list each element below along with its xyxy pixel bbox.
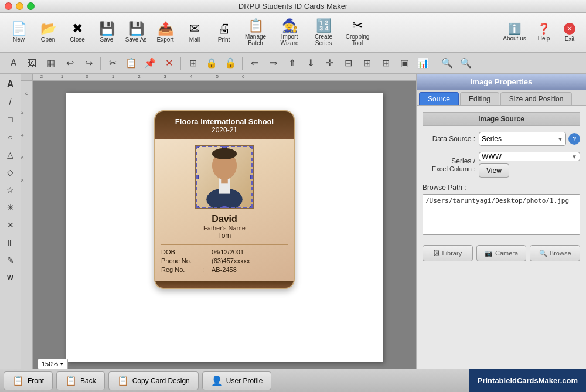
close-button[interactable]: ✖ Close (63, 16, 91, 50)
tab-size-position[interactable]: Size and Position (500, 92, 573, 105)
save-as-icon: 💾 (128, 22, 144, 35)
barcode-tool-button[interactable]: ▦ (42, 55, 60, 71)
align-right-button[interactable]: ⇒ (264, 55, 282, 71)
handle-top-right[interactable] (250, 145, 254, 148)
snowflake-tool[interactable]: ✳ (2, 199, 19, 216)
browse-button[interactable]: 🔍 Browse (530, 245, 580, 261)
paste-button[interactable]: 📌 (141, 55, 159, 71)
open-button[interactable]: 📂 Open (34, 16, 62, 50)
copy-card-design-button[interactable]: 📋 Copy Card Design (108, 371, 199, 390)
phone-val: (63)457xxxxx (212, 257, 288, 264)
handle-top-middle[interactable] (222, 145, 227, 148)
main-area: A / □ ○ △ ◇ ☆ ✳ ✕ ||| ✎ W -2 -1 0 1 2 3 … (0, 74, 586, 369)
delete-button[interactable]: ✕ (160, 55, 178, 71)
barcode-tool[interactable]: ||| (2, 234, 19, 251)
ellipse-tool[interactable]: ○ (2, 129, 19, 145)
about-button[interactable]: ℹ️ About us (499, 16, 530, 50)
export-button[interactable]: 📤 Export (151, 16, 179, 50)
action-toolbar: A 🖼 ▦ ↩ ↪ ✂ 📋 📌 ✕ ⊞ 🔒 🔓 ⇐ ⇒ ⇑ ⇓ ✛ ⊟ ⊞ ⊞ … (0, 53, 586, 74)
save-button[interactable]: 💾 Save (93, 16, 121, 50)
frame-button[interactable]: ▣ (396, 55, 413, 71)
star-tool[interactable]: ☆ (2, 182, 19, 198)
series-control: WWW ▼ View (479, 152, 580, 178)
minimize-window-button[interactable] (16, 2, 23, 10)
mail-button[interactable]: ✉ Mail (180, 16, 209, 50)
diamond-tool[interactable]: ◇ (2, 164, 19, 180)
select-tool[interactable]: A (2, 76, 19, 93)
website-text: PrintableIdCardsMaker.com (478, 376, 578, 385)
view-button[interactable]: View (479, 163, 509, 178)
print-button[interactable]: 🖨 Print (210, 16, 238, 50)
zoom-indicator[interactable]: 150% ▼ (38, 359, 68, 369)
new-button[interactable]: 📄 New (5, 16, 33, 50)
series-label: Series / Excel Column : (423, 157, 475, 172)
svg-rect-6 (221, 177, 228, 184)
maximize-window-button[interactable] (27, 2, 35, 10)
lock-button[interactable]: 🔒 (203, 55, 220, 71)
zoom-in-button[interactable]: 🔍 (438, 55, 456, 71)
redo-button[interactable]: ↪ (80, 55, 97, 71)
cut-button[interactable]: ✂ (104, 55, 121, 71)
align-up-button[interactable]: ⇑ (283, 55, 301, 71)
unlock-button[interactable]: 🔓 (222, 55, 239, 71)
triangle-tool[interactable]: △ (2, 146, 19, 163)
handle-bottom-right[interactable] (250, 206, 254, 209)
card-reg-row: Reg No. : AB-2458 (161, 266, 288, 273)
line-tool[interactable]: / (2, 94, 19, 110)
grid-button[interactable]: ⊞ (377, 55, 394, 71)
front-button[interactable]: 📋 Front (4, 371, 53, 390)
browse-buttons: 🖼 Library 📷 Camera 🔍 Browse (423, 245, 580, 261)
align-down-button[interactable]: ⇓ (302, 55, 319, 71)
handle-bottom-left[interactable] (195, 206, 199, 209)
design-canvas[interactable]: Floora International School 2020-21 (66, 93, 383, 362)
bottom-bar: 📋 Front 📋 Back 📋 Copy Card Design 👤 User… (0, 369, 586, 392)
camera-button[interactable]: 📷 Camera (476, 245, 527, 261)
card-photo[interactable] (195, 145, 254, 209)
copy-style-button[interactable]: ⊞ (184, 55, 202, 71)
save-label: Save (100, 36, 114, 43)
handle-middle-right[interactable] (250, 175, 254, 179)
save-as-button[interactable]: 💾 Save As (122, 16, 150, 50)
chart-button[interactable]: 📊 (414, 55, 432, 71)
zoom-out-button[interactable]: 🔍 (457, 55, 475, 71)
window-controls[interactable] (5, 2, 35, 10)
manage-batch-button[interactable]: 📋 Manage Batch (239, 16, 272, 50)
image-tool-button[interactable]: 🖼 (23, 55, 41, 71)
cross-tool[interactable]: ✕ (2, 217, 19, 233)
distribute-h-button[interactable]: ⊟ (339, 55, 357, 71)
handle-bottom-middle[interactable] (222, 206, 227, 209)
data-source-help-button[interactable]: ? (568, 133, 580, 145)
back-button[interactable]: 📋 Back (56, 371, 105, 390)
browse-label-text: Browse (550, 250, 571, 257)
data-source-select[interactable]: Series ▼ (479, 132, 566, 146)
exit-button[interactable]: ✕ Exit (558, 16, 581, 50)
handle-top-left[interactable] (195, 145, 199, 148)
tab-editing[interactable]: Editing (460, 92, 499, 105)
text-tool-button[interactable]: A (5, 55, 22, 71)
pencil-tool[interactable]: ✎ (2, 252, 19, 268)
close-window-button[interactable] (5, 2, 12, 10)
zoom-value: 150% (42, 360, 58, 367)
handle-middle-left[interactable] (195, 175, 199, 179)
workspace[interactable]: Floora International School 2020-21 (33, 81, 416, 369)
rectangle-tool[interactable]: □ (2, 111, 19, 128)
tab-source[interactable]: Source (419, 92, 459, 105)
manage-batch-label: Manage Batch (239, 33, 272, 46)
card-dob-row: DOB : 06/12/2001 (161, 248, 288, 255)
move-button[interactable]: ✛ (321, 55, 338, 71)
distribute-v-button[interactable]: ⊞ (358, 55, 376, 71)
user-profile-button[interactable]: 👤 User Profile (202, 371, 272, 390)
text-field-tool[interactable]: W (2, 270, 19, 286)
browse-path-field[interactable] (423, 194, 580, 235)
cropping-tool-button[interactable]: ✂ Cropping Tool (341, 16, 374, 50)
copy-button[interactable]: 📋 (122, 55, 140, 71)
create-series-button[interactable]: 🔢 Create Series (307, 16, 340, 50)
align-left-button[interactable]: ⇐ (246, 55, 263, 71)
exit-icon: ✕ (564, 23, 575, 35)
zoom-dropdown-arrow[interactable]: ▼ (59, 362, 64, 367)
undo-button[interactable]: ↩ (61, 55, 79, 71)
series-select[interactable]: WWW ▼ (479, 152, 580, 161)
import-wizard-button[interactable]: 🧙 Import Wizard (273, 16, 306, 50)
help-button[interactable]: ❓ Help (532, 16, 556, 50)
library-button[interactable]: 🖼 Library (423, 245, 473, 261)
